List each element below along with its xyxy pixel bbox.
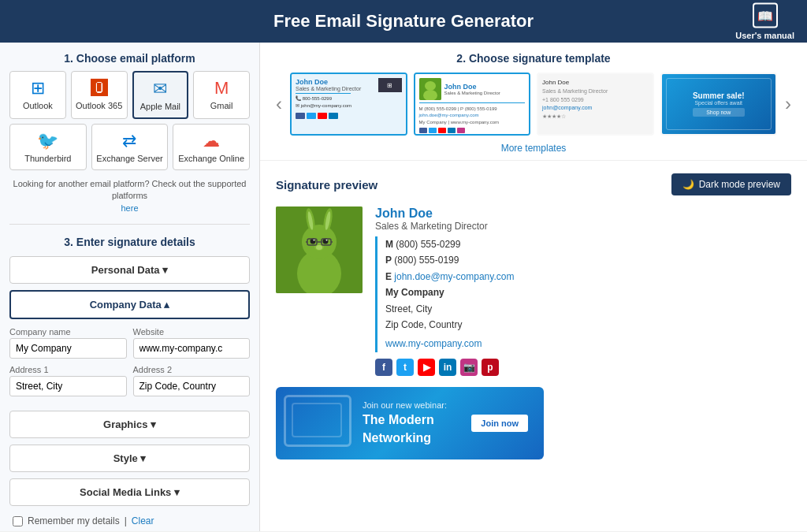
sig-address: Street, City <box>385 301 514 317</box>
main-layout: 1. Choose email platform ⊞ Outlook 🅾 Out… <box>0 43 807 531</box>
manual-icon: 📖 <box>753 3 778 28</box>
more-templates-link[interactable]: More templates <box>273 142 794 154</box>
website-label: Website <box>133 327 251 337</box>
banner: Join our new webinar: The Modern Network… <box>276 387 544 459</box>
social-icons: f t ▶ in 📷 p <box>375 359 514 376</box>
remember-checkbox[interactable] <box>13 516 23 526</box>
template-2[interactable]: John Doe Sales & Marketing Director M (8… <box>414 73 531 136</box>
svg-point-15 <box>314 243 324 251</box>
templates-row: John Doe Sales & Marketing Director 📞 80… <box>290 73 777 136</box>
user-manual-button[interactable]: 📖 User's manual <box>735 3 794 40</box>
social-facebook[interactable]: f <box>375 359 392 376</box>
social-pinterest[interactable]: p <box>482 359 499 376</box>
banner-section: Join our new webinar: The Modern Network… <box>276 387 791 459</box>
sig-mobile: M (800) 555-0299 <box>385 236 514 252</box>
divider1 <box>9 224 250 225</box>
address1-input[interactable] <box>9 376 127 396</box>
style-toggle[interactable]: Style ▾ <box>9 445 250 472</box>
social-linkedin[interactable]: in <box>439 359 456 376</box>
social-media-toggle[interactable]: Social Media Links ▾ <box>9 478 250 506</box>
remember-row: Remember my details | Clear <box>0 509 259 531</box>
company-data-toggle[interactable]: Company Data ▴ <box>9 290 250 319</box>
address1-label: Address 1 <box>9 365 127 374</box>
left-panel: 1. Choose email platform ⊞ Outlook 🅾 Out… <box>0 43 260 531</box>
platform-thunderbird[interactable]: 🐦 Thunderbird <box>9 124 87 170</box>
page-header: Free Email Signature Generator 📖 User's … <box>0 0 807 43</box>
outlook365-icon: 🅾 <box>75 78 124 99</box>
gmail-icon: M <box>197 78 246 99</box>
company-name-input[interactable] <box>9 338 127 359</box>
address2-input[interactable] <box>133 376 251 396</box>
page-title: Free Email Signature Generator <box>273 11 534 31</box>
dark-mode-button[interactable]: 🌙 Dark mode preview <box>671 173 791 195</box>
sig-name-title: John Doe Sales & Marketing Director <box>375 206 514 232</box>
svg-point-1 <box>425 81 436 91</box>
sig-content: John Doe Sales & Marketing Director M (8… <box>375 206 514 376</box>
sig-contact: M (800) 555-0299 P (800) 555-0199 E john… <box>375 236 514 352</box>
platform-outlook365[interactable]: 🅾 Outlook 365 <box>71 71 128 119</box>
website-input[interactable] <box>133 338 251 359</box>
sig-job: Sales & Marketing Director <box>375 221 514 232</box>
svg-point-13 <box>326 240 328 241</box>
platform-outlook[interactable]: ⊞ Outlook <box>9 71 66 119</box>
platform-note: Looking for another email platform? Chec… <box>0 175 259 221</box>
platform-note-link[interactable]: here <box>121 203 138 213</box>
exchangeonline-icon: ☁ <box>177 131 246 151</box>
company-row2: Address 1 Address 2 <box>9 365 250 396</box>
moon-icon: 🌙 <box>682 179 694 190</box>
platform-gmail[interactable]: M Gmail <box>193 71 250 119</box>
social-twitter[interactable]: t <box>396 359 414 376</box>
template-4[interactable]: Summer sale! Special offers await Shop n… <box>660 73 778 136</box>
preview-header: Signature preview 🌙 Dark mode preview <box>276 173 791 195</box>
platform-exchangeonline[interactable]: ☁ Exchange Online <box>173 124 250 170</box>
address1-field: Address 1 <box>9 365 127 396</box>
social-youtube[interactable]: ▶ <box>418 359 435 376</box>
sig-company: My Company <box>385 285 514 300</box>
carousel-next[interactable]: › <box>782 93 794 115</box>
sig-website[interactable]: www.my-company.com <box>385 336 514 352</box>
carousel-prev[interactable]: ‹ <box>273 93 285 115</box>
platform-applemail[interactable]: ✉ Apple Mail <box>132 71 189 119</box>
personal-data-toggle[interactable]: Personal Data ▾ <box>9 256 250 284</box>
right-panel: 2. Choose signature template ‹ John Doe … <box>260 43 807 531</box>
banner-text: Join our new webinar: The Modern Network… <box>292 400 463 447</box>
avatar <box>276 206 363 293</box>
sig-email: E john.doe@my-company.com <box>385 269 514 285</box>
step1-title: 1. Choose email platform <box>0 43 259 71</box>
thunderbird-icon: 🐦 <box>13 131 83 151</box>
template-section: 2. Choose signature template ‹ John Doe … <box>260 43 807 161</box>
sig-zipcode: Zip Code, Country <box>385 317 514 333</box>
company-fields: Company name Website Address 1 Address 2 <box>0 322 259 407</box>
exchange-icon: ⇄ <box>95 131 165 151</box>
clear-link[interactable]: Clear <box>132 515 154 526</box>
platform-grid-row2: 🐦 Thunderbird ⇄ Exchange Server ☁ Exchan… <box>0 124 259 175</box>
company-name-label: Company name <box>9 327 127 337</box>
applemail-icon: ✉ <box>137 79 184 99</box>
signature-preview-box: John Doe Sales & Marketing Director M (8… <box>276 206 791 376</box>
preview-title: Signature preview <box>276 178 377 192</box>
banner-join-button[interactable]: Join now <box>471 415 528 432</box>
company-name-field: Company name <box>9 327 127 359</box>
company-row1: Company name Website <box>9 327 250 359</box>
template-1[interactable]: John Doe Sales & Marketing Director 📞 80… <box>290 73 407 136</box>
graphics-toggle[interactable]: Graphics ▾ <box>9 411 250 438</box>
sig-name: John Doe <box>375 206 514 221</box>
step2-title: 2. Choose signature template <box>273 52 794 65</box>
address2-label: Address 2 <box>133 365 251 374</box>
website-field: Website <box>133 327 251 359</box>
template-3[interactable]: John Doe Sales & Marketing Director +1 8… <box>537 73 654 136</box>
preview-section: Signature preview 🌙 Dark mode preview <box>260 161 807 472</box>
platform-grid-row1: ⊞ Outlook 🅾 Outlook 365 ✉ Apple Mail M G… <box>0 71 259 124</box>
step3-title: 3. Enter signature details <box>0 228 259 253</box>
template-carousel: ‹ John Doe Sales & Marketing Director <box>273 73 794 136</box>
svg-point-12 <box>314 240 315 241</box>
platform-exchange[interactable]: ⇄ Exchange Server <box>91 124 169 170</box>
social-instagram[interactable]: 📷 <box>460 359 478 376</box>
sig-phone: P (800) 555-0199 <box>385 252 514 268</box>
outlook-icon: ⊞ <box>13 78 62 99</box>
address2-field: Address 2 <box>133 365 251 396</box>
